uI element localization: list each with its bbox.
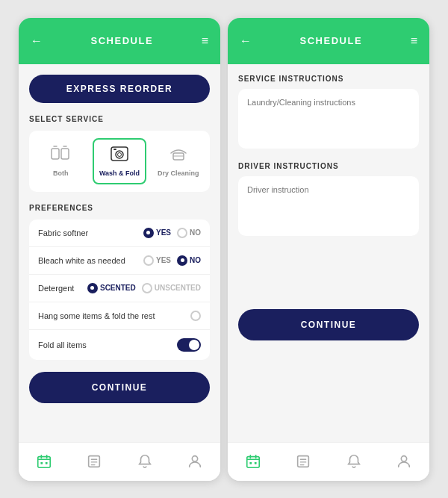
preferences-label: PREFERENCES: [29, 204, 210, 212]
detergent-options: SCENTED UNSCENTED: [87, 283, 201, 293]
header-title-2: SCHEDULE: [300, 35, 363, 46]
svg-rect-9: [46, 462, 48, 464]
bleach-yes[interactable]: YES: [143, 255, 171, 266]
hang-items-radio[interactable]: [190, 311, 201, 321]
bottom-nav-2: [228, 442, 429, 481]
bleach-yes-dot: [143, 255, 154, 266]
service-instructions-section: SERVICE INSTRUCTIONS: [238, 75, 419, 152]
svg-point-16: [402, 456, 407, 461]
wash-fold-icon: [110, 146, 129, 166]
bleach-no-dot: [177, 255, 187, 266]
service-instructions-input[interactable]: [238, 89, 419, 149]
nav-user-1[interactable]: [187, 453, 203, 470]
nav-calendar-2[interactable]: [245, 453, 261, 470]
nav-bell-2[interactable]: [346, 453, 362, 470]
detergent-unscented-dot: [142, 283, 152, 293]
nav-list-1[interactable]: [86, 453, 102, 470]
header-1: ← SCHEDULE ≡: [19, 18, 220, 64]
pref-fold-all-label: Fold all items: [38, 340, 87, 349]
svg-rect-13: [249, 462, 252, 464]
screen1-content: EXPRESS REORDER SELECT SERVICE Both: [19, 64, 220, 442]
nav-user-2[interactable]: [396, 453, 412, 470]
pref-fold-all: Fold all items: [29, 330, 210, 360]
screen-1: ← SCHEDULE ≡ EXPRESS REORDER SELECT SERV…: [19, 18, 220, 481]
svg-rect-7: [38, 457, 51, 468]
dry-cleaning-icon: [169, 146, 188, 166]
service-wash-fold-label: Wash & Fold: [99, 169, 140, 177]
fold-all-toggle[interactable]: [177, 338, 201, 352]
pref-fabric-softner-options: YES NO: [143, 228, 201, 238]
pref-bleach-options: YES NO: [143, 255, 201, 266]
fabric-softner-no[interactable]: NO: [177, 228, 201, 238]
back-button-2[interactable]: ←: [240, 34, 252, 48]
service-options: Both Wash & Fold: [29, 131, 210, 192]
bleach-no[interactable]: NO: [177, 255, 201, 266]
service-both-label: Both: [53, 169, 69, 177]
pref-detergent: Detergent SCENTED UNSCENTED: [29, 275, 210, 302]
select-service-label: SELECT SERVICE: [29, 115, 210, 123]
fabric-softner-no-dot: [177, 228, 187, 238]
svg-rect-8: [40, 462, 43, 464]
bottom-nav-1: [19, 442, 220, 481]
pref-fabric-softner-label: Fabric softner: [38, 228, 88, 237]
detergent-scented[interactable]: SCENTED: [87, 283, 136, 293]
service-both[interactable]: Both: [34, 138, 88, 184]
pref-fabric-softner: Fabric softner YES NO: [29, 220, 210, 247]
screen2-content: SERVICE INSTRUCTIONS DRIVER INSTRUCTIONS…: [228, 64, 429, 442]
pref-bleach-label: Bleach white as needed: [38, 256, 125, 265]
svg-rect-5: [113, 149, 116, 150]
continue-button-1[interactable]: CONTINUE: [29, 372, 210, 403]
service-dry-cleaning[interactable]: Dry Cleaning: [151, 138, 205, 184]
driver-instructions-input[interactable]: [238, 176, 419, 236]
fold-all-toggle-thumb: [189, 340, 199, 350]
svg-point-11: [193, 456, 198, 461]
svg-rect-14: [255, 462, 257, 464]
express-reorder-button[interactable]: EXPRESS REORDER: [29, 75, 210, 103]
pref-hang-items: Hang some items & fold the rest: [29, 302, 210, 330]
pref-detergent-label: Detergent: [38, 284, 74, 293]
pref-bleach: Bleach white as needed YES NO: [29, 247, 210, 275]
both-icon: [51, 146, 70, 166]
service-instructions-label: SERVICE INSTRUCTIONS: [238, 75, 419, 83]
service-dry-cleaning-label: Dry Cleaning: [158, 169, 199, 177]
svg-rect-1: [61, 149, 69, 159]
fabric-softner-yes[interactable]: YES: [143, 228, 171, 238]
nav-calendar-1[interactable]: [36, 453, 52, 470]
pref-hang-items-label: Hang some items & fold the rest: [38, 311, 155, 320]
menu-button-2[interactable]: ≡: [411, 34, 417, 48]
svg-rect-0: [52, 149, 59, 159]
svg-point-4: [118, 152, 122, 156]
nav-list-2[interactable]: [295, 453, 311, 470]
back-button-1[interactable]: ←: [31, 34, 43, 48]
detergent-unscented[interactable]: UNSCENTED: [142, 283, 201, 293]
header-title-1: SCHEDULE: [91, 35, 154, 46]
preferences-section: Fabric softner YES NO Bleach wh: [29, 220, 210, 360]
header-2: ← SCHEDULE ≡: [228, 18, 429, 64]
service-wash-fold[interactable]: Wash & Fold: [93, 138, 147, 184]
driver-instructions-section: DRIVER INSTRUCTIONS: [238, 162, 419, 239]
detergent-scented-dot: [87, 283, 98, 293]
driver-instructions-label: DRIVER INSTRUCTIONS: [238, 162, 419, 170]
svg-rect-12: [247, 457, 260, 468]
screen-2: ← SCHEDULE ≡ SERVICE INSTRUCTIONS DRIVER…: [228, 18, 429, 481]
nav-bell-1[interactable]: [137, 453, 153, 470]
svg-point-3: [116, 151, 123, 158]
continue-button-2[interactable]: CONTINUE: [238, 309, 419, 340]
fabric-softner-yes-dot: [143, 228, 154, 238]
menu-button-1[interactable]: ≡: [202, 34, 208, 48]
